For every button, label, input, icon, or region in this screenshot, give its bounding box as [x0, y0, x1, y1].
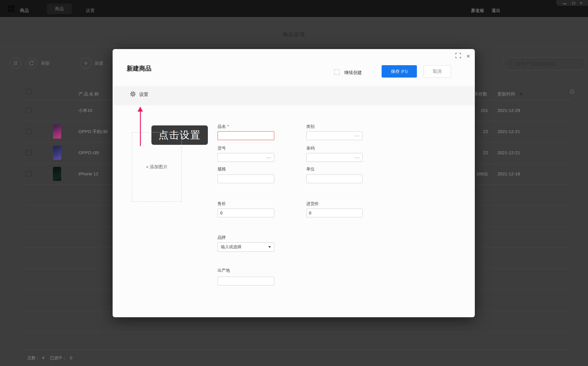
field-label-unit: 单位	[306, 167, 315, 171]
selected-value: 0	[70, 355, 72, 360]
field-label-origin: 出产地	[218, 268, 230, 273]
search-box[interactable]	[503, 57, 586, 70]
maximize-icon[interactable]	[572, 2, 575, 4]
column-header-product-name[interactable]: 产品名称	[78, 91, 100, 97]
product-image	[53, 125, 61, 139]
new-product-dialog: × 新建商品 继续创建 保存 (F1) 取消 设置 点击设置 + 添加图片 品名…	[113, 49, 475, 317]
refresh-label[interactable]: 刷新	[41, 61, 50, 66]
app-logo-icon	[8, 6, 15, 12]
barcode-input[interactable]	[306, 153, 363, 162]
row-checkbox[interactable]	[26, 108, 31, 113]
select-all-checkbox[interactable]	[26, 89, 31, 94]
page-title: 商品管理	[0, 31, 588, 38]
product-image	[53, 167, 61, 181]
unit-input[interactable]	[306, 174, 363, 183]
product-name: OPPO r35	[78, 142, 99, 163]
logout-button[interactable]: 退出	[492, 8, 500, 13]
create-button[interactable]	[80, 58, 91, 69]
sku-input[interactable]	[218, 153, 274, 162]
category-input[interactable]	[306, 131, 363, 140]
continue-create-checkbox[interactable]	[334, 70, 340, 75]
search-input[interactable]	[515, 61, 581, 67]
refresh-icon	[29, 60, 34, 66]
required-asterisk: *	[227, 124, 229, 129]
field-label-sku: 货号	[218, 146, 226, 150]
top-bar: 商品 商品 设置 萧老板 退出 ×	[0, 0, 588, 17]
grid-icon	[14, 61, 17, 65]
tab-product[interactable]: 商品	[47, 4, 72, 14]
settings-band	[113, 86, 475, 105]
field-label-brand: 品牌	[218, 235, 226, 240]
field-label-cost: 进货价	[306, 201, 319, 206]
close-window-icon[interactable]: ×	[580, 0, 582, 6]
search-icon	[508, 61, 513, 66]
brand-select-placeholder: 输入或选择	[221, 244, 241, 250]
name-input[interactable]	[218, 131, 274, 140]
field-label-barcode: 条码	[306, 146, 315, 150]
barcode-more-icon[interactable]: ···	[355, 155, 360, 160]
sort-desc-icon	[519, 93, 523, 95]
tab-settings[interactable]: 设置	[86, 8, 95, 13]
row-checkbox[interactable]	[26, 129, 31, 134]
field-label-price: 售价	[218, 201, 226, 206]
row-checkbox[interactable]	[26, 171, 31, 177]
product-name: iPhone 12	[78, 163, 98, 184]
sku-more-icon[interactable]: ···	[266, 155, 271, 160]
updated-date: 2021-12-29	[497, 100, 520, 121]
settings-label[interactable]: 设置	[139, 92, 148, 98]
continue-create-label: 继续创建	[344, 70, 362, 75]
updated-date: 2021-12-21	[497, 142, 520, 163]
origin-input[interactable]	[218, 277, 274, 286]
updated-date: 2021-12-21	[497, 121, 520, 142]
selected-label: 已选中：	[50, 355, 66, 360]
cost-input[interactable]	[306, 209, 363, 217]
cancel-button[interactable]: 取消	[423, 65, 451, 78]
refresh-button[interactable]	[26, 58, 37, 69]
add-image-dropzone[interactable]: + 添加图片	[132, 132, 182, 202]
app-window: 商品 商品 设置 萧老板 退出 × 商品管理 刷新 新建 产品名称 库存	[0, 0, 588, 366]
view-grid-button[interactable]	[10, 58, 21, 69]
row-checkbox[interactable]	[26, 150, 31, 155]
divider	[24, 350, 570, 350]
expand-dialog-icon[interactable]	[455, 53, 461, 58]
menu-product[interactable]: 商品	[20, 8, 29, 13]
product-name: 小米10	[78, 100, 92, 121]
minimize-icon[interactable]	[563, 4, 567, 4]
create-label[interactable]: 新建	[95, 61, 103, 66]
add-image-label: + 添加图片	[146, 164, 168, 170]
save-button[interactable]: 保存 (F1)	[382, 65, 417, 78]
save-hotkey: (F1)	[401, 69, 408, 73]
brand-select[interactable]: 输入或选择	[218, 242, 274, 252]
category-more-icon[interactable]: ···	[355, 134, 360, 138]
divider	[0, 46, 588, 46]
user-name[interactable]: 萧老板	[471, 8, 484, 13]
field-label-category: 类别	[306, 124, 315, 129]
field-label-spec: 规格	[218, 167, 226, 171]
price-input[interactable]	[218, 209, 274, 217]
total-label: 总数：	[27, 355, 40, 360]
updated-date: 2021-12-18	[497, 163, 520, 184]
divider	[24, 332, 570, 332]
annotation-arrow-head	[138, 107, 143, 112]
chevron-down-icon	[268, 246, 271, 248]
dialog-title: 新建商品	[127, 64, 151, 73]
spec-input[interactable]	[218, 174, 274, 183]
gear-icon[interactable]	[130, 91, 136, 97]
column-header-updated[interactable]: 更新时间	[497, 91, 523, 97]
total-value: 4	[42, 355, 44, 360]
plus-icon	[83, 61, 88, 66]
product-name: OPPO 手机r30	[78, 121, 108, 142]
close-dialog-icon[interactable]: ×	[465, 52, 471, 60]
field-label-name: 品名*	[218, 124, 229, 129]
column-settings-gear-icon[interactable]	[569, 89, 575, 95]
product-image	[53, 146, 61, 160]
